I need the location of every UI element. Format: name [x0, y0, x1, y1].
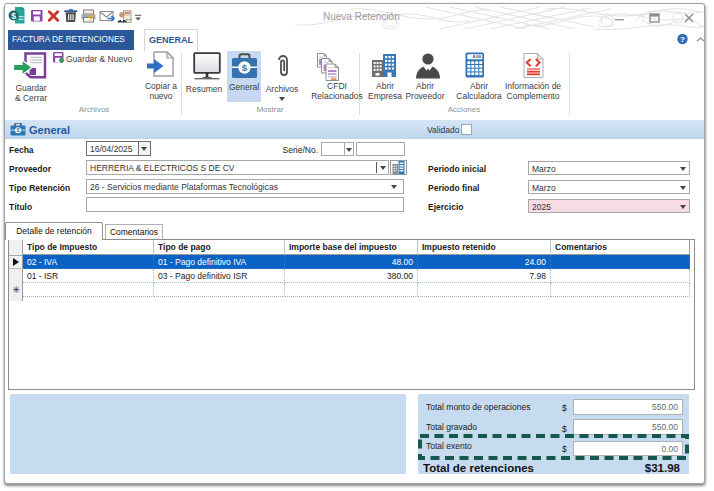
svg-text:$: $ [16, 127, 19, 133]
svg-text:$: $ [11, 11, 16, 21]
svg-text:8.00: 8.00 [472, 54, 481, 59]
svg-text:$: $ [242, 61, 248, 72]
svg-text:?: ? [680, 35, 685, 44]
